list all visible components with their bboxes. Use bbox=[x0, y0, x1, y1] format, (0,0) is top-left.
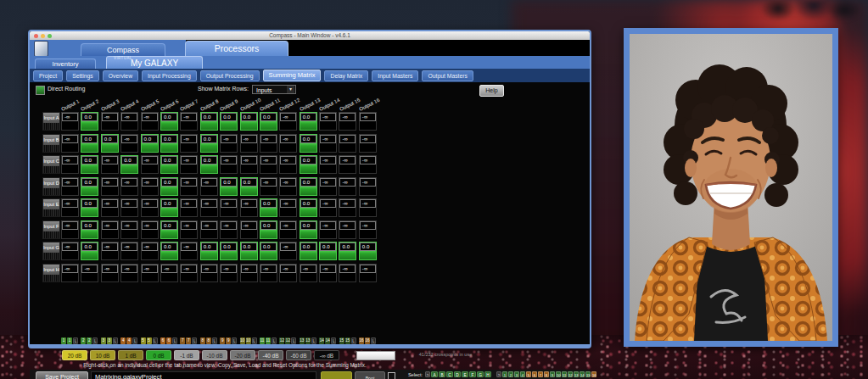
matrix-cell[interactable]: 0.0 bbox=[359, 242, 377, 260]
matrix-cell[interactable]: -∞ bbox=[260, 155, 277, 174]
matrix-cell[interactable]: -∞ bbox=[141, 112, 159, 131]
tab-processors[interactable]: Processors bbox=[185, 41, 288, 56]
matrix-cell[interactable]: 0.0 bbox=[260, 220, 277, 239]
matrix-cell[interactable]: -∞ bbox=[279, 155, 297, 174]
channel-link-button[interactable]: L bbox=[92, 337, 98, 344]
matrix-cell[interactable]: -∞ bbox=[240, 155, 258, 174]
matrix-cell[interactable]: -∞ bbox=[220, 198, 238, 217]
matrix-cell[interactable]: 0.0 bbox=[240, 112, 258, 131]
matrix-cell[interactable]: 0.0 bbox=[160, 177, 178, 196]
help-button[interactable]: Help bbox=[479, 85, 504, 97]
select-output-button[interactable]: 3 bbox=[514, 371, 519, 377]
matrix-cell[interactable]: -∞ bbox=[180, 242, 198, 260]
channel-number-button[interactable]: 10 bbox=[240, 337, 245, 344]
project-file-field[interactable]: Matrixing.galaxyProject bbox=[91, 371, 316, 379]
tab-my-galaxy[interactable]: VIRTUAL My GALAXY bbox=[106, 56, 203, 69]
matrix-cell[interactable]: -∞ bbox=[359, 112, 377, 131]
matrix-cell[interactable]: 0.0 bbox=[81, 177, 98, 196]
tab-delay-matrix[interactable]: Delay Matrix bbox=[324, 70, 368, 81]
matrix-cell[interactable]: -∞ bbox=[81, 264, 98, 282]
matrix-cell[interactable]: -∞ bbox=[120, 198, 138, 217]
matrix-cell[interactable]: -∞ bbox=[180, 177, 198, 196]
matrix-cell[interactable]: -∞ bbox=[339, 155, 356, 174]
matrix-cell[interactable]: -∞ bbox=[319, 198, 337, 217]
select-output-button[interactable]: 8 bbox=[544, 371, 549, 377]
select-output-button[interactable]: 5 bbox=[526, 371, 531, 377]
matrix-cell[interactable]: -∞ bbox=[240, 220, 258, 239]
gain-button--10-db[interactable]: -10 dB bbox=[202, 350, 227, 360]
matrix-cell[interactable]: -∞ bbox=[220, 220, 238, 239]
channel-number-button[interactable]: 3 bbox=[107, 337, 112, 344]
gain-button--db[interactable]: -∞ dB bbox=[314, 350, 339, 360]
channel-number-button[interactable]: 1 bbox=[67, 337, 72, 344]
select-output-button[interactable]: 16 bbox=[591, 371, 596, 377]
clock-status-button[interactable]: Clock Status N/A bbox=[321, 371, 352, 379]
matrix-cell[interactable]: 0.0 bbox=[300, 198, 317, 217]
channel-link-button[interactable]: L bbox=[113, 337, 118, 344]
matrix-cell[interactable]: -∞ bbox=[180, 198, 198, 217]
matrix-cell[interactable]: 0.0 bbox=[81, 220, 98, 239]
select-output-button[interactable]: 15 bbox=[585, 371, 591, 377]
matrix-cell[interactable]: -∞ bbox=[160, 264, 178, 282]
matrix-cell[interactable]: -∞ bbox=[359, 220, 377, 239]
matrix-cell[interactable]: -∞ bbox=[180, 134, 198, 153]
matrix-cell[interactable]: 0.0 bbox=[160, 155, 178, 174]
matrix-cell[interactable]: -∞ bbox=[240, 264, 258, 282]
matrix-cell[interactable]: 0.0 bbox=[300, 112, 317, 131]
matrix-cell[interactable]: -∞ bbox=[101, 177, 119, 196]
gain-button--40-db[interactable]: -40 dB bbox=[258, 350, 283, 360]
channel-link-button[interactable]: L bbox=[371, 337, 376, 344]
matrix-cell[interactable]: 0.0 bbox=[300, 155, 317, 174]
select-output-button[interactable]: 6 bbox=[532, 371, 537, 377]
show-matrix-rows-select[interactable]: Inputs ▾ bbox=[252, 85, 296, 94]
matrix-cell[interactable]: -∞ bbox=[141, 220, 159, 239]
channel-link-button[interactable]: L bbox=[172, 337, 177, 344]
select-row-button[interactable]: C bbox=[446, 371, 453, 377]
channel-number-button[interactable]: 15 bbox=[345, 337, 350, 344]
channel-number-button[interactable]: 13 bbox=[300, 337, 305, 344]
matrix-cell[interactable]: 0.0 bbox=[81, 134, 98, 153]
matrix-cell[interactable]: -∞ bbox=[279, 177, 297, 196]
matrix-cell[interactable]: -∞ bbox=[359, 134, 377, 153]
matrix-cell[interactable]: -∞ bbox=[61, 198, 79, 217]
tab-output-processing[interactable]: Output Processing bbox=[200, 70, 260, 81]
expand-numbers-button[interactable]: > bbox=[496, 371, 501, 377]
matrix-cell[interactable]: -∞ bbox=[61, 242, 79, 260]
matrix-cell[interactable]: -∞ bbox=[319, 220, 337, 239]
select-row-button[interactable]: H bbox=[484, 371, 491, 377]
matrix-cell[interactable]: 0.0 bbox=[339, 242, 356, 260]
channel-number-button[interactable]: 5 bbox=[141, 337, 146, 344]
matrix-cell[interactable]: -∞ bbox=[180, 264, 198, 282]
select-output-button[interactable]: 4 bbox=[520, 371, 525, 377]
matrix-cell[interactable]: -∞ bbox=[339, 112, 356, 131]
channel-number-button[interactable]: 9 bbox=[226, 337, 231, 344]
channel-number-button[interactable]: 1 bbox=[61, 337, 66, 344]
tab-project[interactable]: Project bbox=[33, 70, 63, 81]
channel-number-button[interactable]: 15 bbox=[339, 337, 344, 344]
channel-number-button[interactable]: 6 bbox=[166, 337, 171, 344]
channel-number-button[interactable]: 16 bbox=[365, 337, 370, 344]
matrix-cell[interactable]: 0.0 bbox=[101, 134, 119, 153]
matrix-cell[interactable]: -∞ bbox=[61, 177, 79, 196]
matrix-cell[interactable]: 0.0 bbox=[200, 134, 218, 153]
matrix-cell[interactable]: -∞ bbox=[200, 177, 218, 196]
matrix-cell[interactable]: 0.0 bbox=[300, 134, 317, 153]
matrix-cell[interactable]: -∞ bbox=[61, 264, 79, 282]
matrix-cell[interactable]: -∞ bbox=[359, 155, 377, 174]
matrix-cell[interactable]: 0.0 bbox=[260, 198, 277, 217]
matrix-cell[interactable]: 0.0 bbox=[220, 177, 238, 196]
select-output-button[interactable]: 7 bbox=[538, 371, 543, 377]
matrix-cell[interactable]: 0.0 bbox=[200, 155, 218, 174]
matrix-cell[interactable]: -∞ bbox=[339, 220, 356, 239]
matrix-cell[interactable]: -∞ bbox=[260, 177, 277, 196]
channel-number-button[interactable]: 4 bbox=[120, 337, 126, 344]
matrix-cell[interactable]: -∞ bbox=[200, 198, 218, 217]
matrix-cell[interactable]: 0.0 bbox=[240, 242, 258, 260]
matrix-cell[interactable]: -∞ bbox=[359, 177, 377, 196]
select-output-button[interactable]: 9 bbox=[550, 371, 555, 377]
channel-link-button[interactable]: L bbox=[132, 337, 137, 344]
boot-snapshot-button[interactable]: Boot Snapshot Disabled bbox=[355, 371, 385, 379]
matrix-cell[interactable]: -∞ bbox=[339, 264, 356, 282]
matrix-cell[interactable]: 0.0 bbox=[240, 177, 258, 196]
gain-button--60-db[interactable]: -60 dB bbox=[286, 350, 311, 360]
